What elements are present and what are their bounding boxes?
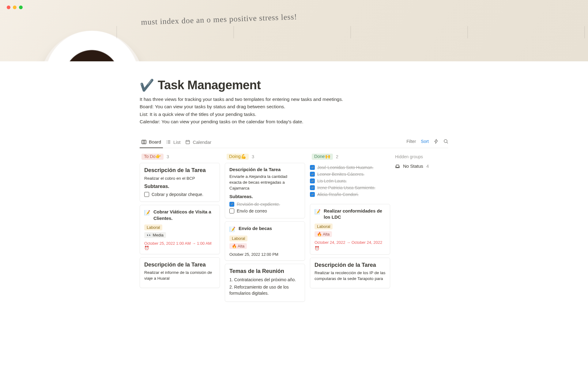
- search-icon[interactable]: [443, 139, 448, 144]
- checkbox-checked-icon[interactable]: ✓: [310, 185, 315, 190]
- due-date: October 24, 2022 → October 24, 2022: [315, 240, 386, 245]
- status-badge[interactable]: Doing💪: [227, 154, 249, 160]
- card[interactable]: Descripción de la Tarea Realizar la reco…: [310, 258, 390, 288]
- card-title: Descripción de la Tarea: [315, 262, 386, 269]
- card-body: Realizar el cobro en el BCP: [144, 176, 215, 182]
- checkbox-icon[interactable]: [144, 192, 149, 197]
- page-title[interactable]: Task Management: [158, 78, 261, 92]
- list-item: 1. Contrataciones del próximo año.: [229, 277, 300, 283]
- cover-scribble: must index doe an o mes positive stress …: [141, 2, 576, 28]
- alarm-icon: ⏰: [315, 246, 386, 251]
- count: 3: [167, 154, 169, 159]
- checkbox-checked-icon[interactable]: ✓: [310, 165, 315, 170]
- memo-icon: 📝: [144, 209, 150, 216]
- subtasks-heading: Subtareas.: [229, 194, 300, 199]
- card[interactable]: 📝Cobrar Viáticos de Visita a Clientes. L…: [140, 205, 220, 254]
- checklist-item[interactable]: Envío de correo: [229, 208, 300, 214]
- checklist-item[interactable]: ✓José Leonidas Soto Huaman.: [310, 164, 390, 171]
- svg-point-4: [167, 142, 167, 142]
- card-body: Realizar el informe de la comisión de vi…: [144, 270, 215, 282]
- inbox-icon: [395, 164, 400, 169]
- card[interactable]: Descripción de la Tarea Enviarle a Aleja…: [225, 163, 305, 218]
- svg-point-13: [444, 140, 447, 143]
- checklist-item[interactable]: ✓ Revisión de expdiente.: [229, 201, 300, 208]
- tab-board[interactable]: Board: [140, 137, 163, 148]
- board-view: To Do👉 3 Descripción de la Tarea Realiza…: [140, 153, 448, 305]
- card[interactable]: 📝Realizar conformidades de los LDC Labor…: [310, 204, 390, 255]
- checkbox-checked-icon[interactable]: ✓: [310, 178, 315, 183]
- board-icon: [141, 140, 146, 144]
- svg-rect-7: [168, 142, 170, 142]
- card[interactable]: Descripción de la Tarea Realizar el info…: [140, 257, 220, 288]
- column-doing: Doing💪 3 Descripción de la Tarea Enviarl…: [225, 153, 305, 305]
- due-date: October 25, 2022 1:00 AM → 1:00 AM ⏰: [144, 241, 215, 250]
- tag-laboral: Laboral: [315, 224, 333, 229]
- page-icon[interactable]: ✔️: [140, 79, 154, 91]
- hidden-groups-title: Hidden groups: [395, 154, 448, 159]
- card[interactable]: 📝Envío de becas Laboral 🔥 Alta October 2…: [225, 221, 305, 261]
- checkbox-checked-icon[interactable]: ✓: [310, 192, 315, 197]
- count: 3: [252, 154, 254, 159]
- tag-laboral: Laboral: [144, 224, 162, 230]
- checklist-item[interactable]: ✓Irene Patricia Usca Sarmiento.: [310, 184, 390, 191]
- list-item: 2. Reforzamiento de uso de los formulari…: [229, 284, 300, 297]
- fullscreen-icon[interactable]: [19, 6, 23, 9]
- svg-rect-8: [168, 143, 170, 144]
- svg-line-14: [447, 142, 448, 144]
- card-title: Temas de la Reunión: [229, 268, 300, 275]
- card-title: Descripción de la Tarea: [144, 261, 215, 268]
- hidden-groups: Hidden groups No Status 4: [395, 153, 448, 169]
- status-badge[interactable]: Done🙌: [312, 154, 333, 160]
- card-body: Realizar la recolección de los IP de las…: [315, 270, 386, 282]
- checklist-item[interactable]: ✓Lis León Laura.: [310, 178, 390, 184]
- card[interactable]: Descripción de la Tarea Realizar el cobr…: [140, 163, 220, 202]
- memo-icon: 📝: [229, 226, 236, 233]
- checklist-item[interactable]: ✓Alicia Reaño Condori.: [310, 191, 390, 198]
- calendar-icon: [185, 140, 190, 144]
- checkbox-icon[interactable]: [229, 209, 234, 213]
- column-todo: To Do👉 3 Descripción de la Tarea Realiza…: [140, 153, 220, 291]
- checklist-item[interactable]: Cobrar y depositar cheque.: [144, 191, 215, 198]
- tag-laboral: Laboral: [229, 236, 247, 241]
- card-body: Enviarle a Alejandra la cantidad exacta …: [229, 174, 300, 191]
- automation-icon[interactable]: [434, 139, 439, 144]
- svg-rect-6: [168, 140, 170, 141]
- list-icon: [166, 140, 171, 144]
- card-title: Descripción de la Tarea: [144, 167, 215, 174]
- hidden-group-no-status[interactable]: No Status 4: [395, 163, 448, 169]
- tag-media: 👀 Media: [144, 232, 166, 238]
- svg-rect-9: [186, 140, 190, 144]
- due-date: October 25, 2022 12:00 PM: [229, 252, 300, 257]
- window-controls: [7, 6, 23, 9]
- checkbox-checked-icon[interactable]: ✓: [229, 202, 234, 207]
- cover-image: must index doe an o mes positive stress …: [0, 0, 588, 61]
- subtasks-heading: Subtareas.: [144, 184, 215, 189]
- checklist-item[interactable]: ✓Leonor Benites Cáceres.: [310, 171, 390, 178]
- count: 2: [336, 154, 338, 159]
- status-badge[interactable]: To Do👉: [141, 154, 164, 160]
- tag-alta: 🔥 Alta: [315, 231, 332, 237]
- card[interactable]: Temas de la Reunión 1. Contrataciones de…: [225, 264, 305, 301]
- card[interactable]: ✓José Leonidas Soto Huaman. ✓Leonor Beni…: [310, 163, 390, 201]
- filter-button[interactable]: Filter: [406, 139, 416, 144]
- column-done: Done🙌 2 ✓José Leonidas Soto Huaman. ✓Leo…: [310, 153, 390, 291]
- tag-alta: 🔥 Alta: [229, 243, 247, 249]
- tab-list[interactable]: List: [164, 137, 182, 148]
- tab-calendar[interactable]: Calendar: [183, 137, 213, 148]
- svg-point-5: [167, 143, 167, 144]
- page-description[interactable]: It has three views for tracking your tas…: [140, 96, 448, 125]
- svg-rect-0: [142, 140, 146, 144]
- sort-button[interactable]: Sort: [421, 139, 429, 144]
- checkbox-checked-icon[interactable]: ✓: [310, 172, 315, 177]
- card-title: Descripción de la Tarea: [229, 167, 300, 172]
- minimize-icon[interactable]: [13, 6, 17, 9]
- memo-icon: 📝: [315, 209, 321, 215]
- close-icon[interactable]: [7, 6, 10, 9]
- view-tabs: Board List Calendar Filter Sort: [140, 137, 448, 148]
- svg-point-3: [167, 140, 167, 141]
